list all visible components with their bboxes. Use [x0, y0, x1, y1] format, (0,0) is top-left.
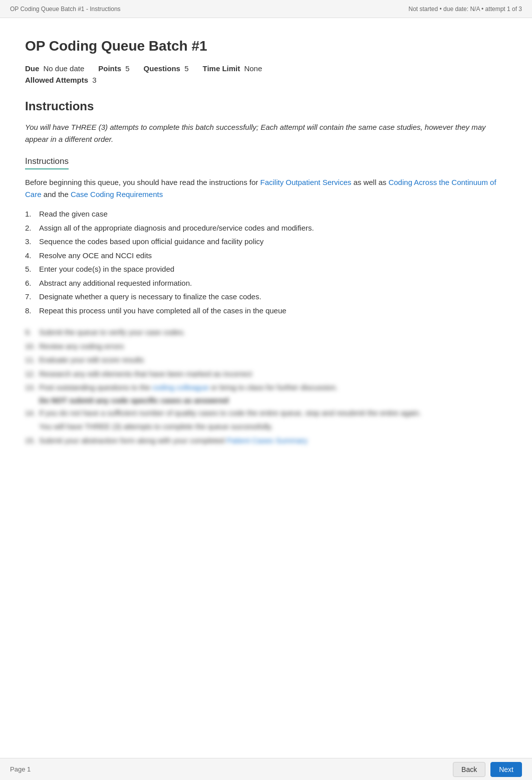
blurred-step-15: 15. Submit your abstraction form along w… [25, 434, 507, 447]
blurred-three-attempts: You will have THREE (3) attempts to comp… [25, 420, 507, 433]
sub-section-title: Instructions [25, 156, 69, 169]
case-coding-requirements-link[interactable]: Case Coding Requirements [71, 190, 163, 199]
top-bar: OP Coding Queue Batch #1 - Instructions … [0, 0, 532, 18]
blurred-section: 9. Submit the queue to verify your case … [25, 326, 507, 447]
due-meta: Due No due date [25, 64, 84, 73]
questions-value: 5 [184, 64, 188, 73]
main-content: OP Coding Queue Batch #1 Due No due date… [0, 18, 532, 479]
list-item: 3.Sequence the codes based upon official… [25, 235, 507, 248]
points-value: 5 [125, 64, 129, 73]
blurred-step-13: 13. Post outstanding questions to the co… [25, 381, 507, 394]
blurred-bold-text: Do NOT submit any code specific cases as… [39, 396, 507, 405]
bottom-buttons: Back Next [453, 762, 522, 777]
time-limit-value: None [244, 64, 262, 73]
list-item: 7.Designate whether a query is necessary… [25, 290, 507, 303]
points-label: Points [98, 64, 121, 73]
list-item: 2.Assign all of the appropriate diagnosi… [25, 222, 507, 235]
due-label: Due [25, 64, 39, 73]
meta-row-1: Due No due date Points 5 Questions 5 Tim… [25, 64, 507, 73]
instructions-intro-para: Before beginning this queue, you should … [25, 176, 507, 201]
blurred-step-12: 12. Research any edit elements that have… [25, 367, 507, 380]
top-bar-left: OP Coding Queue Batch #1 - Instructions [10, 6, 121, 13]
points-meta: Points 5 [98, 64, 129, 73]
before-text: Before beginning this queue, you should … [25, 178, 258, 186]
list-item: 6.Abstract any additional requested info… [25, 277, 507, 290]
blurred-step-10: 10. Review any coding errors [25, 340, 507, 353]
steps-list: 1.Read the given case2.Assign all of the… [25, 208, 507, 317]
list-item: 4.Resolve any OCE and NCCI edits [25, 249, 507, 262]
list-item: 8.Repeat this process until you have com… [25, 304, 507, 317]
next-button[interactable]: Next [490, 762, 522, 777]
top-bar-right: Not started • due date: N/A • attempt 1 … [408, 6, 522, 13]
intro-text: You will have THREE (3) attempts to comp… [25, 121, 507, 145]
questions-label: Questions [144, 64, 180, 73]
list-item: 5.Enter your code(s) in the space provid… [25, 263, 507, 276]
page-title: OP Coding Queue Batch #1 [25, 38, 507, 54]
page-info: Page 1 [10, 765, 31, 773]
back-button[interactable]: Back [453, 762, 485, 777]
bottom-bar: Page 1 Back Next [0, 758, 532, 780]
blurred-step-14: 14. If you do not have a sufficient numb… [25, 407, 507, 420]
questions-meta: Questions 5 [144, 64, 189, 73]
time-limit-meta: Time Limit None [202, 64, 262, 73]
list-item: 1.Read the given case [25, 208, 507, 221]
blurred-step-11: 11. Evaluate your edit score results [25, 353, 507, 366]
facility-outpatient-link[interactable]: Facility Outpatient Services [260, 178, 351, 186]
attempts-value: 3 [92, 76, 96, 84]
section-title: Instructions [25, 99, 507, 113]
meta-row-2: Allowed Attempts 3 [25, 76, 507, 84]
blurred-step-9: 9. Submit the queue to verify your case … [25, 326, 507, 339]
due-value: No due date [44, 64, 85, 73]
time-limit-label: Time Limit [202, 64, 240, 73]
attempts-label: Allowed Attempts [25, 76, 88, 84]
